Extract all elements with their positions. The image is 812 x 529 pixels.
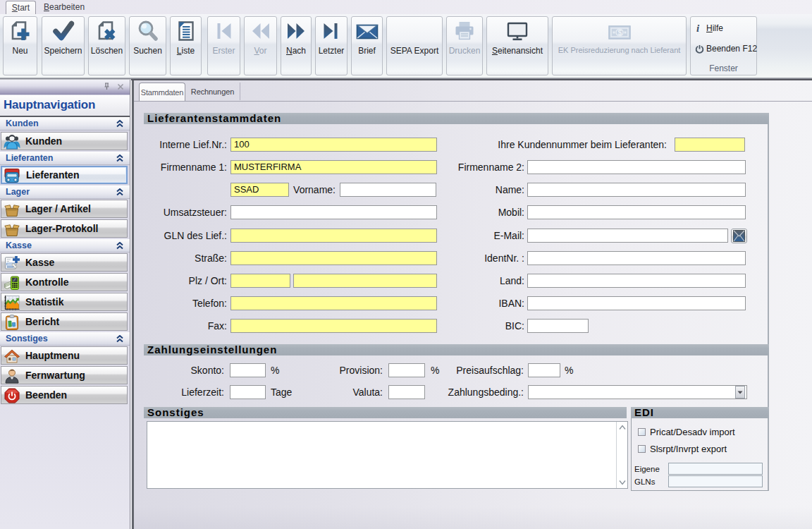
- svg-text:$: $: [617, 29, 622, 37]
- svg-text:i: i: [696, 23, 700, 33]
